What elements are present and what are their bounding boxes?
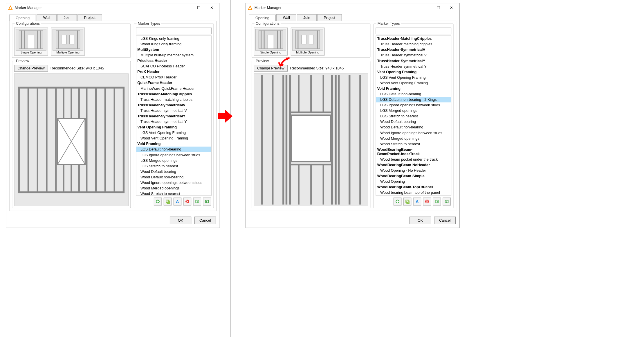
marker-type-item[interactable]: Multiple built-up member system — [136, 53, 211, 58]
export-icon[interactable] — [433, 198, 441, 206]
marker-manager-window-right: Marker Manager — ☐ ✕ Opening Wall Join P… — [246, 3, 460, 228]
marker-type-item[interactable]: Wood Default non-bearing — [376, 125, 451, 130]
tab-project[interactable]: Project — [317, 14, 342, 21]
marker-type-item[interactable]: LGS Kings only framing — [136, 36, 211, 41]
tab-join[interactable]: Join — [297, 14, 317, 21]
marker-type-item[interactable]: LGS Default non-bearing — [376, 91, 451, 97]
copy-icon[interactable] — [403, 198, 412, 206]
marker-types-list[interactable]: TrussHeader-MatchingCripplesTruss Header… — [376, 35, 451, 196]
marker-type-item[interactable]: LGS Default non-bearing - 2 Kings — [376, 97, 451, 102]
marker-type-item[interactable]: LGS Merged openings — [376, 108, 451, 113]
marker-type-item[interactable]: Truss Header matching cripples — [376, 42, 451, 47]
marker-type-group-header: TrussHeader-SymmetricalV — [376, 47, 451, 53]
tab-join[interactable]: Join — [57, 14, 77, 21]
marker-type-item[interactable]: Wood Default bearing — [136, 169, 211, 174]
config-single-opening[interactable]: Single Opening — [254, 28, 288, 55]
configurations-group: Configurations Single Opening Multiple O… — [252, 24, 370, 58]
svg-rect-41 — [296, 31, 320, 49]
marker-types-list[interactable]: LGS Kings only framingWood Kings only fr… — [136, 35, 212, 196]
add-icon[interactable] — [154, 198, 162, 206]
recommended-size-label: Recommended Size: 943 x 1045 — [50, 66, 104, 70]
marker-type-item[interactable]: LGS Stretch to nearest — [136, 163, 211, 169]
marker-type-group-header: Void Framing — [136, 141, 211, 147]
marker-type-group-header: TrussHeader-MatchingCripples — [136, 91, 211, 97]
delete-icon[interactable] — [183, 198, 192, 206]
marker-types-label: Marker Types — [376, 21, 401, 26]
marker-type-item[interactable]: Wood Ignore openings between studs — [376, 130, 451, 136]
marker-type-item[interactable]: LGS Stretch to nearest — [376, 114, 451, 119]
marker-type-item[interactable]: Truss Header matching cripples — [136, 97, 211, 102]
marker-type-item[interactable]: Wood Stretch to nearest — [136, 191, 211, 196]
cancel-button[interactable]: Cancel — [194, 217, 216, 224]
marker-type-group-header: TrussHeader-SymmetricalY — [376, 58, 451, 64]
marker-type-group-header: Void Framing — [376, 86, 451, 91]
text-icon[interactable]: A — [413, 198, 421, 206]
marker-type-item[interactable]: Wood Default non-bearing — [136, 174, 211, 180]
marker-type-item[interactable]: Truss Header symmetrical V — [376, 53, 451, 58]
marker-types-search-input[interactable] — [376, 28, 451, 34]
marker-types-group: Marker Types TrussHeader-MatchingCripple… — [374, 24, 454, 208]
config-single-opening[interactable]: Single Opening — [14, 28, 48, 55]
callout-arrow-icon — [278, 57, 290, 68]
marker-type-item[interactable]: Truss Header symmetrical V — [136, 108, 211, 113]
copy-icon[interactable] — [164, 198, 172, 206]
maximize-button[interactable]: ☐ — [434, 5, 443, 11]
tab-wall[interactable]: Wall — [276, 14, 296, 21]
minimize-button[interactable]: — — [181, 5, 190, 11]
tab-opening[interactable]: Opening — [249, 15, 276, 21]
svg-rect-33 — [196, 200, 199, 202]
marker-type-item[interactable]: Wood beam pocket under the track — [376, 157, 451, 162]
close-button[interactable]: ✕ — [447, 5, 456, 11]
change-preview-button[interactable]: Change Preview — [14, 65, 48, 71]
marker-type-item[interactable]: Wood Kings only framing — [136, 42, 211, 47]
marker-type-item[interactable]: LGS Vent Opening Framing — [376, 75, 451, 80]
svg-rect-56 — [291, 115, 331, 161]
maximize-button[interactable]: ☐ — [194, 5, 203, 11]
marker-type-item[interactable]: Wood bearing beam top of the panel — [376, 190, 451, 195]
marker-type-item[interactable]: SCAFCO Priceless Header — [136, 64, 211, 69]
ok-button[interactable]: OK — [170, 217, 191, 224]
marker-type-item[interactable]: Wood Merged openings — [136, 186, 211, 191]
marker-type-item[interactable]: MarinoWare QuickFrame Header — [136, 86, 211, 91]
marker-type-item[interactable]: LGS Ignore openings between studs — [376, 102, 451, 108]
marker-type-item[interactable]: LGS Merged openings — [136, 158, 211, 163]
ok-button[interactable]: OK — [410, 217, 431, 224]
marker-types-search-input[interactable] — [136, 28, 212, 34]
titlebar: Marker Manager — ☐ ✕ — [246, 3, 459, 12]
marker-type-item[interactable]: Wood Opening - No Header — [376, 168, 451, 173]
marker-type-item[interactable]: Wood Stretch to nearest — [376, 141, 451, 147]
close-button[interactable]: ✕ — [207, 5, 216, 11]
marker-type-item[interactable]: Wood Default bearing — [376, 119, 451, 125]
preview-group: Preview Change Preview Recommended Size:… — [12, 61, 131, 208]
marker-type-item[interactable]: Wood Merged openings — [376, 136, 451, 141]
marker-type-item[interactable]: Wood Ignore openings between studs — [136, 180, 211, 185]
window-title: Marker Manager — [15, 6, 182, 10]
config-multiple-opening[interactable]: Multiple Opening — [291, 28, 325, 55]
marker-type-item[interactable]: Wood Opening — [376, 179, 451, 184]
export-icon[interactable] — [193, 198, 201, 206]
import-icon[interactable] — [203, 198, 211, 206]
text-icon[interactable]: A — [174, 198, 182, 206]
tab-wall[interactable]: Wall — [37, 14, 57, 21]
marker-type-item[interactable]: LGS Vent Opening Framing — [136, 130, 211, 136]
delete-icon[interactable] — [423, 198, 431, 206]
marker-type-item[interactable]: Truss Header symmetrical Y — [376, 64, 451, 69]
cancel-button[interactable]: Cancel — [434, 217, 456, 224]
marker-type-group-header: WoodBearingBeam-BeamPocketUnderTrack — [376, 147, 451, 157]
marker-type-group-header: Vent Opening Framing — [376, 69, 451, 75]
marker-type-item[interactable]: CEMCO ProX Header — [136, 75, 211, 80]
marker-type-group-header: Vent Opening Framing — [136, 125, 211, 130]
import-icon[interactable] — [443, 198, 451, 206]
add-icon[interactable] — [394, 198, 402, 206]
minimize-button[interactable]: — — [421, 5, 430, 11]
marker-type-item[interactable]: LGS Ignore openings between studs — [136, 152, 211, 158]
svg-rect-69 — [435, 200, 439, 202]
tab-project[interactable]: Project — [77, 14, 102, 21]
tab-opening[interactable]: Opening — [9, 15, 36, 21]
config-multiple-opening[interactable]: Multiple Opening — [51, 28, 85, 55]
config-single-label: Single Opening — [21, 51, 42, 54]
marker-type-item[interactable]: Wood Vent Opening Framing — [136, 136, 211, 141]
marker-type-item[interactable]: Wood Vent Opening Framing — [376, 80, 451, 86]
marker-type-item[interactable]: Truss Header symmetrical Y — [136, 119, 211, 125]
marker-type-item[interactable]: LGS Default non-bearing — [136, 147, 211, 152]
